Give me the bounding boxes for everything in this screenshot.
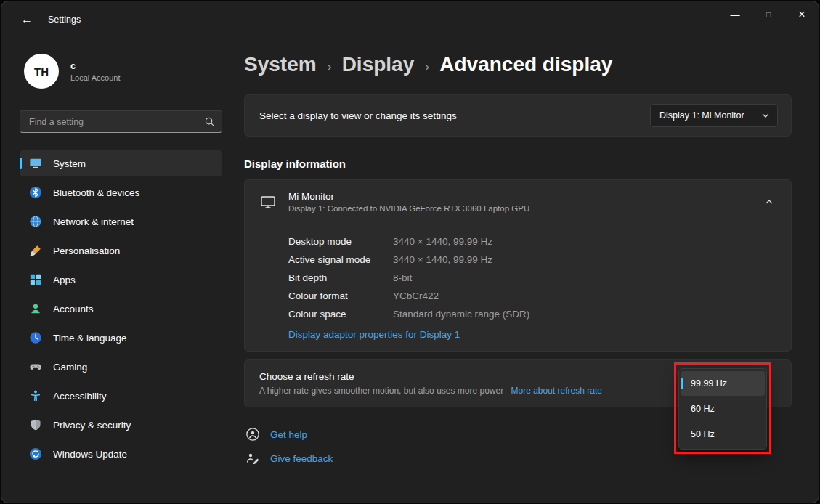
detail-row-bit-depth: Bit depth 8-bit — [288, 269, 776, 287]
display-information-card: Mi Monitor Display 1: Connected to NVIDI… — [244, 179, 792, 352]
avatar: TH — [24, 54, 59, 89]
back-button[interactable]: ← — [15, 8, 39, 31]
sidebar-item-privacy-security[interactable]: Privacy & security — [20, 412, 222, 438]
search-input[interactable] — [20, 110, 222, 133]
titlebar: ← Settings — □ × — [1, 1, 819, 38]
accessibility-icon — [29, 389, 42, 402]
sidebar-item-label: System — [53, 158, 86, 169]
chevron-up-icon — [765, 198, 774, 206]
search-box — [20, 110, 222, 133]
network-icon — [29, 215, 42, 228]
user-account-type: Local Account — [70, 73, 121, 82]
settings-window: ← Settings — □ × TH c Local Account — [1, 1, 819, 503]
detail-label: Active signal mode — [288, 254, 393, 265]
sidebar-item-bluetooth-devices[interactable]: Bluetooth & devices — [20, 179, 222, 206]
user-profile[interactable]: TH c Local Account — [24, 54, 222, 89]
sidebar-item-accessibility[interactable]: Accessibility — [20, 383, 222, 409]
detail-label: Bit depth — [288, 272, 393, 283]
option-label: 60 Hz — [691, 404, 715, 414]
sidebar-item-label: Apps — [53, 275, 76, 285]
display-selector-value: Display 1: Mi Monitor — [659, 110, 744, 121]
refresh-rate-option-99-99hz[interactable]: 99.99 Hz — [681, 371, 765, 396]
get-help-link[interactable]: Get help — [270, 429, 307, 440]
refresh-rate-learn-more-link[interactable]: More about refresh rate — [511, 386, 602, 396]
window-title: Settings — [48, 15, 81, 25]
user-meta: c Local Account — [70, 60, 121, 82]
chevron-down-icon — [761, 111, 770, 120]
refresh-rate-option-60hz[interactable]: 60 Hz — [681, 397, 765, 421]
option-label: 50 Hz — [691, 429, 715, 439]
display-details: Desktop mode 3440 × 1440, 99.99 Hz Activ… — [245, 224, 791, 351]
detail-value: YCbCr422 — [393, 290, 439, 301]
page-title: Advanced display — [439, 53, 612, 76]
sidebar-item-label: Time & language — [53, 333, 127, 344]
sidebar-item-label: Personalisation — [53, 245, 120, 256]
privacy-shield-icon — [29, 418, 42, 431]
detail-row-colour-space: Colour space Standard dynamic range (SDR… — [288, 305, 776, 323]
bluetooth-icon — [29, 186, 42, 199]
sidebar-item-network-internet[interactable]: Network & internet — [20, 208, 222, 235]
gaming-icon — [29, 360, 42, 373]
breadcrumb-separator-icon: › — [327, 55, 332, 75]
sidebar-item-windows-update[interactable]: Windows Update — [20, 441, 222, 467]
monitor-header-text: Mi Monitor Display 1: Connected to NVIDI… — [288, 191, 529, 213]
option-label: 99.99 Hz — [691, 378, 727, 389]
display-selector-label: Select a display to view or change its s… — [259, 110, 457, 121]
sidebar-item-label: Accounts — [53, 304, 94, 314]
breadcrumb: System › Display › Advanced display — [244, 53, 792, 76]
detail-value: 8-bit — [393, 272, 412, 283]
sidebar: TH c Local Account — [1, 38, 234, 503]
detail-value: 3440 × 1440, 99.99 Hz — [393, 236, 492, 247]
detail-label: Desktop mode — [288, 236, 393, 247]
give-feedback-icon — [245, 451, 260, 466]
sidebar-item-label: Gaming — [53, 362, 87, 373]
display-adaptor-properties-link[interactable]: Display adaptor properties for Display 1 — [288, 329, 460, 340]
breadcrumb-system[interactable]: System — [244, 53, 317, 76]
user-name: c — [70, 60, 121, 71]
window-controls: — □ × — [718, 1, 819, 28]
detail-row-active-signal-mode: Active signal mode 3440 × 1440, 99.99 Hz — [288, 251, 776, 269]
monitor-name: Mi Monitor — [288, 191, 529, 202]
sidebar-item-apps[interactable]: Apps — [20, 267, 222, 293]
monitor-expander-header[interactable]: Mi Monitor Display 1: Connected to NVIDI… — [245, 180, 791, 224]
give-feedback-row: Give feedback — [245, 451, 792, 466]
breadcrumb-separator-icon: › — [424, 55, 429, 75]
give-feedback-link[interactable]: Give feedback — [270, 453, 333, 464]
main-content: System › Display › Advanced display Sele… — [234, 38, 819, 503]
detail-label: Colour space — [288, 309, 393, 320]
refresh-rate-option-50hz[interactable]: 50 Hz — [681, 422, 765, 447]
sidebar-item-label: Privacy & security — [53, 420, 131, 431]
breadcrumb-display[interactable]: Display — [342, 53, 415, 76]
sidebar-item-gaming[interactable]: Gaming — [20, 354, 222, 380]
get-help-icon — [245, 427, 260, 442]
sidebar-item-label: Bluetooth & devices — [53, 187, 139, 198]
display-selector-dropdown[interactable]: Display 1: Mi Monitor — [650, 104, 778, 127]
maximize-button[interactable]: □ — [752, 1, 785, 28]
detail-row-colour-format: Colour format YCbCr422 — [288, 287, 776, 305]
sidebar-item-label: Network & internet — [53, 216, 134, 227]
detail-value: Standard dynamic range (SDR) — [393, 309, 529, 320]
refresh-rate-flyout: 99.99 Hz 60 Hz 50 Hz — [678, 368, 767, 450]
minimize-button[interactable]: — — [718, 1, 752, 28]
detail-value: 3440 × 1440, 99.99 Hz — [393, 254, 492, 265]
monitor-connection-detail: Display 1: Connected to NVIDIA GeForce R… — [288, 204, 529, 213]
personalisation-icon — [29, 244, 42, 257]
display-selector-card: Select a display to view or change its s… — [244, 94, 792, 137]
selection-indicator — [20, 158, 22, 169]
detail-label: Colour format — [288, 290, 393, 301]
selection-indicator — [681, 378, 683, 389]
windows-update-icon — [29, 447, 42, 460]
sidebar-item-time-language[interactable]: Time & language — [20, 325, 222, 351]
accounts-icon — [29, 302, 42, 315]
close-button[interactable]: × — [785, 1, 819, 28]
system-icon — [29, 157, 42, 170]
sidebar-item-accounts[interactable]: Accounts — [20, 296, 222, 322]
sidebar-item-personalisation[interactable]: Personalisation — [20, 237, 222, 264]
sidebar-nav: System Bluetooth & devices Network & int… — [20, 150, 222, 467]
sidebar-item-system[interactable]: System — [20, 150, 222, 176]
time-language-icon — [29, 331, 42, 344]
monitor-icon — [260, 194, 276, 210]
apps-icon — [29, 273, 42, 286]
search-icon — [204, 116, 215, 127]
detail-row-desktop-mode: Desktop mode 3440 × 1440, 99.99 Hz — [288, 232, 776, 251]
